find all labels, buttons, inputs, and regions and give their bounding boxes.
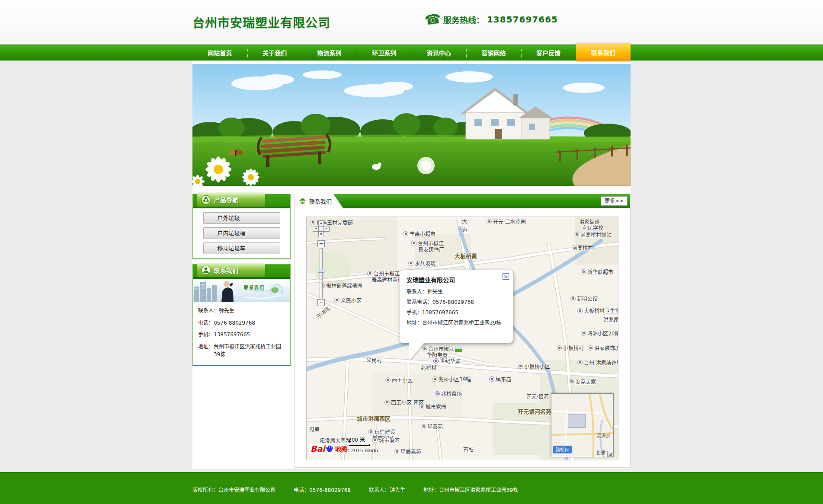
nav-item-sanitation[interactable]: 环卫系列 [357, 45, 412, 61]
map-label: 星荟苑 [421, 423, 443, 430]
company-logo-text: 台州市安瑞塑业有限公司 [192, 13, 330, 31]
product-button-indoor-bin[interactable]: 户内垃圾桶 [203, 227, 280, 239]
nav-item-home[interactable]: 网站首页 [192, 45, 247, 61]
poi-icon [394, 449, 399, 454]
map-label: 雅森建材商行 [371, 276, 403, 283]
poi-icon [403, 231, 408, 236]
top-header: 台州市安瑞塑业有限公司 ☎ 服务热线： 13857697665 [0, 0, 823, 45]
map-label: 良友铸件厂 [418, 246, 444, 253]
product-nav-title: 产品导航 [214, 195, 238, 204]
service-hotline: ☎ 服务热线： 13857697665 [425, 13, 558, 26]
popup-close-icon[interactable]: × [503, 273, 509, 280]
pan-right-button[interactable]: ► [324, 226, 330, 232]
map-label: 古宅 [463, 445, 474, 453]
poi-icon [372, 438, 378, 443]
map-label: 兆桥村 [421, 364, 436, 371]
minimap-area-label: 长浦 [596, 449, 605, 456]
poi-icon [385, 377, 391, 383]
map-label: 大板桥村卫生室 [577, 307, 618, 314]
map-pan-pad: ▲ ◄ ► ▼ [313, 220, 330, 237]
contact-address: 地址：台州市椒江区洪家兆桥工业园39栋 [198, 343, 286, 359]
main-tab-title: 联系我们 [309, 197, 332, 205]
map-label: 丰惠小超市 [403, 230, 436, 237]
popup-contact-mobile: 手机：13857697665 [407, 308, 507, 316]
poi-icon [577, 308, 583, 313]
hotline-number: 13857697665 [487, 14, 558, 25]
map-label: 利民学校 [583, 224, 603, 231]
phone-icon: ☎ [424, 12, 442, 27]
map-marker-thumb[interactable] [455, 347, 462, 352]
map-zoom-control: ▲ ◄ ► ▼ + − [313, 220, 333, 237]
map-label: 府第 [309, 425, 320, 433]
map-label: 镇东庙 [489, 375, 511, 383]
map-label: 城市家园 [419, 403, 446, 410]
poi-icon [432, 376, 437, 382]
map-info-popup: × 安瑞塑业有限公司 联系人：钟先生 联系电话：0576-88029768 手机… [400, 270, 513, 343]
page-content: 产品导航 户外垃圾 户内垃圾桶 移动垃圾车 [192, 61, 631, 469]
contact-person: 联系人：钟先生 [198, 307, 286, 315]
recycle-icon [201, 195, 211, 204]
baidu-logo[interactable]: Bai 地图 [309, 443, 349, 454]
banner-illustration [192, 64, 631, 186]
map-label: 开元银河名苑 [518, 407, 551, 415]
footer-phone: 电话：0576-88029768 [294, 486, 351, 493]
map-label: 洪家装饰城二区 [588, 344, 618, 351]
nav-item-news[interactable]: 资讯中心 [412, 45, 467, 61]
product-button-mobile-cart[interactable]: 移动垃圾车 [203, 242, 280, 254]
poi-icon [574, 232, 579, 237]
product-nav-header: 产品导航 [193, 194, 290, 208]
minimap-district-label: 路桥区 [553, 446, 572, 453]
zoom-slider-handle[interactable] [318, 269, 324, 273]
sidebar: 产品导航 户外垃圾 户内垃圾桶 移动垃圾车 [192, 194, 291, 370]
map-scale-label: 200 米 [348, 437, 365, 443]
footer-address: 地址：台州市椒江区洪家兆桥工业园39栋 [423, 486, 518, 493]
nav-item-contact[interactable]: 联系我们 [576, 43, 631, 61]
poi-icon [411, 241, 416, 246]
poi-icon [557, 345, 562, 351]
poi-icon [487, 219, 492, 224]
poi-icon [569, 379, 574, 384]
map-label: 兆桥菜场 [435, 390, 462, 397]
nav-item-feedback[interactable]: 客户反馈 [521, 45, 576, 61]
more-button[interactable]: 更多>> [601, 196, 628, 206]
hotline-label: 服务热线： [443, 14, 484, 26]
poi-icon [368, 429, 373, 434]
footer-copyright: 版权所有：台州市安瑞塑业有限公司 [192, 486, 275, 493]
poi-icon [408, 261, 413, 266]
map-label: 小板桥小区 [518, 362, 550, 370]
zoom-in-button[interactable]: + [317, 240, 325, 247]
map-label: 美克美家 [569, 378, 596, 385]
product-button-outdoor-trash[interactable]: 户外垃圾 [203, 212, 280, 224]
zoom-out-button[interactable]: − [317, 299, 325, 306]
baidu-map[interactable]: 后洋王村党委部洪家街道利民学校开元·三水涧园大道丰惠小超市前高桥村邮站台州市椒江… [306, 217, 618, 460]
nav-item-marketing[interactable]: 营销网络 [466, 45, 521, 61]
map-label: 前高桥村 [572, 244, 593, 251]
baidu-logo-text: Bai [311, 444, 325, 453]
pan-down-button[interactable]: ▼ [318, 232, 324, 237]
poi-icon [570, 296, 576, 301]
map-label: 新明公馆 [570, 295, 598, 302]
contact-banner-image: 联系我们 Contact us [193, 279, 290, 302]
map-label: 前高桥村邮站 [574, 231, 612, 238]
main-content-header: 联系我们 更多>> [295, 194, 630, 208]
person-icon [201, 265, 211, 275]
pan-up-button[interactable]: ▲ [318, 220, 324, 226]
minimap-toggle-icon[interactable]: ◢ [607, 451, 613, 457]
main-nav: 网站首页 关于我们 物流系列 环卫系列 资讯中心 营销网络 客户反馈 联系我们 [0, 45, 823, 61]
zoom-slider-track[interactable] [320, 248, 323, 298]
nav-item-about[interactable]: 关于我们 [247, 45, 302, 61]
map-label: 义民村 [366, 356, 382, 364]
map-label: 大板桥黄 [455, 252, 477, 260]
nav-item-logistics[interactable]: 物流系列 [302, 45, 357, 61]
poi-icon [419, 404, 424, 409]
map-label: 西王小区 [385, 376, 413, 383]
contact-box-header: 联系我们 [193, 265, 290, 279]
pan-left-button[interactable]: ◄ [313, 226, 318, 232]
map-label: 义民小区 [334, 297, 362, 304]
poi-icon [433, 358, 439, 364]
overview-minimap[interactable]: 路桥区 灵济乡 长浦 ◢ [551, 393, 614, 457]
minimap-viewport-rect[interactable] [568, 415, 586, 427]
pan-center-button[interactable] [318, 226, 324, 232]
minimap-area-label: 灵济乡 [596, 432, 611, 439]
poi-icon [581, 269, 586, 274]
